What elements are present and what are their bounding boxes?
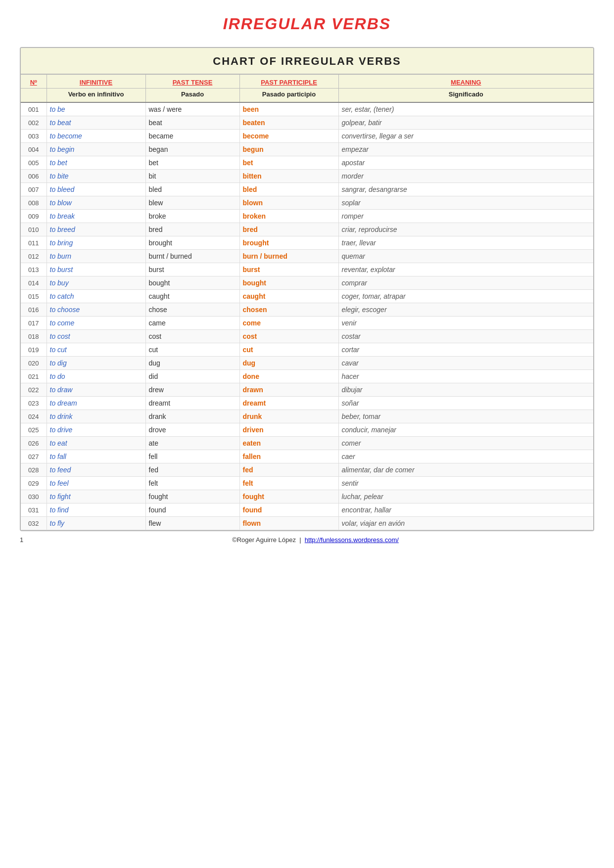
row-past-participle: been [239, 102, 338, 116]
row-infinitive: to bleed [47, 183, 145, 196]
row-infinitive: to be [47, 102, 145, 116]
row-meaning: luchar, pelear [338, 490, 593, 503]
row-infinitive: to buy [47, 276, 145, 290]
row-past-participle: bled [239, 183, 338, 196]
row-infinitive: to breed [47, 223, 145, 236]
verbs-tbody: 001to bewas / werebeenser, estar, (tener… [21, 102, 593, 530]
table-row: 008to blowblewblownsoplar [21, 196, 593, 210]
row-past-tense: bred [145, 223, 239, 236]
row-past-participle: blown [239, 196, 338, 210]
row-meaning: traer, llevar [338, 236, 593, 250]
row-past-tense: drew [145, 383, 239, 397]
row-past-tense: caught [145, 290, 239, 303]
row-num: 024 [21, 410, 47, 423]
row-past-participle: bet [239, 156, 338, 170]
table-row: 024to drinkdrankdrunkbeber, tomar [21, 410, 593, 423]
row-past-participle: caught [239, 290, 338, 303]
row-past-participle: broken [239, 210, 338, 223]
col4-top-label: MEANING [342, 79, 591, 86]
row-past-tense: began [145, 143, 239, 156]
row-num: 026 [21, 437, 47, 450]
row-meaning: hacer [338, 370, 593, 383]
row-num: 010 [21, 223, 47, 236]
row-infinitive: to drink [47, 410, 145, 423]
row-meaning: coger, tomar, atrapar [338, 290, 593, 303]
footer: 1 ©Roger Aguirre López | http://funlesso… [20, 536, 594, 544]
row-past-participle: chosen [239, 303, 338, 317]
table-row: 004to beginbeganbegunempezar [21, 143, 593, 156]
row-past-participle: cost [239, 330, 338, 343]
row-infinitive: to do [47, 370, 145, 383]
row-infinitive: to eat [47, 437, 145, 450]
col-meaning-header: MEANING [338, 75, 593, 89]
row-num: 001 [21, 102, 47, 116]
row-meaning: apostar [338, 156, 593, 170]
col-inf-header: INFINITIVE [47, 75, 145, 89]
table-row: 030to fightfoughtfoughtluchar, pelear [21, 490, 593, 503]
row-num: 006 [21, 170, 47, 183]
row-infinitive: to bring [47, 236, 145, 250]
row-num: 004 [21, 143, 47, 156]
num-label: Nº [24, 79, 44, 86]
table-row: 022to drawdrewdrawndibujar [21, 383, 593, 397]
row-past-participle: found [239, 503, 338, 517]
row-infinitive: to dream [47, 397, 145, 410]
row-past-tense: found [145, 503, 239, 517]
chart-title: CHART OF IRREGULAR VERBS [21, 48, 593, 75]
row-meaning: golpear, batir [338, 116, 593, 130]
row-past-tense: drove [145, 423, 239, 437]
row-past-participle: bought [239, 276, 338, 290]
row-num: 008 [21, 196, 47, 210]
row-meaning: sangrar, desangrarse [338, 183, 593, 196]
row-num: 031 [21, 503, 47, 517]
row-meaning: encontrar, hallar [338, 503, 593, 517]
row-num: 007 [21, 183, 47, 196]
table-row: 017to comecamecomevenir [21, 317, 593, 330]
row-past-participle: burst [239, 263, 338, 276]
row-past-participle: dreamt [239, 397, 338, 410]
row-meaning: caer [338, 450, 593, 463]
row-num: 027 [21, 450, 47, 463]
row-meaning: comprar [338, 276, 593, 290]
row-infinitive: to become [47, 130, 145, 143]
table-row: 031to findfoundfoundencontrar, hallar [21, 503, 593, 517]
row-infinitive: to choose [47, 303, 145, 317]
row-num: 018 [21, 330, 47, 343]
col1-top-label: INFINITIVE [50, 79, 142, 86]
table-row: 029to feelfeltfeltsentir [21, 477, 593, 490]
table-row: 016to choosechosechosenelegir, escoger [21, 303, 593, 317]
row-infinitive: to bet [47, 156, 145, 170]
row-past-participle: come [239, 317, 338, 330]
col-pp-header: PAST PARTICIPLE [239, 75, 338, 89]
row-meaning: convertirse, llegar a ser [338, 130, 593, 143]
table-row: 021to dodiddonehacer [21, 370, 593, 383]
row-infinitive: to cut [47, 343, 145, 357]
row-past-tense: bit [145, 170, 239, 183]
row-meaning: alimentar, dar de comer [338, 463, 593, 477]
row-past-participle: fed [239, 463, 338, 477]
table-row: 001to bewas / werebeenser, estar, (tener… [21, 102, 593, 116]
row-infinitive: to bite [47, 170, 145, 183]
row-infinitive: to burst [47, 263, 145, 276]
table-row: 020to digdugdugcavar [21, 357, 593, 370]
row-meaning: quemar [338, 250, 593, 263]
row-num: 019 [21, 343, 47, 357]
row-infinitive: to dig [47, 357, 145, 370]
footer-link[interactable]: http://funlessons.wordpress.com/ [305, 536, 399, 544]
row-meaning: costar [338, 330, 593, 343]
table-row: 023to dreamdreamtdreamtsoñar [21, 397, 593, 410]
row-infinitive: to draw [47, 383, 145, 397]
row-num: 016 [21, 303, 47, 317]
row-meaning: dibujar [338, 383, 593, 397]
row-meaning: reventar, explotar [338, 263, 593, 276]
row-meaning: cortar [338, 343, 593, 357]
row-infinitive: to cost [47, 330, 145, 343]
row-num: 012 [21, 250, 47, 263]
col3-top-label: PAST PARTICIPLE [243, 79, 335, 86]
row-meaning: criar, reproducirse [338, 223, 593, 236]
table-row: 032to flyflewflownvolar, viajar en avión [21, 517, 593, 530]
row-meaning: morder [338, 170, 593, 183]
verbs-table: Nº INFINITIVE PAST TENSE PAST PARTICIPLE… [21, 75, 593, 530]
table-row: 002to beatbeatbeatengolpear, batir [21, 116, 593, 130]
row-past-participle: bred [239, 223, 338, 236]
